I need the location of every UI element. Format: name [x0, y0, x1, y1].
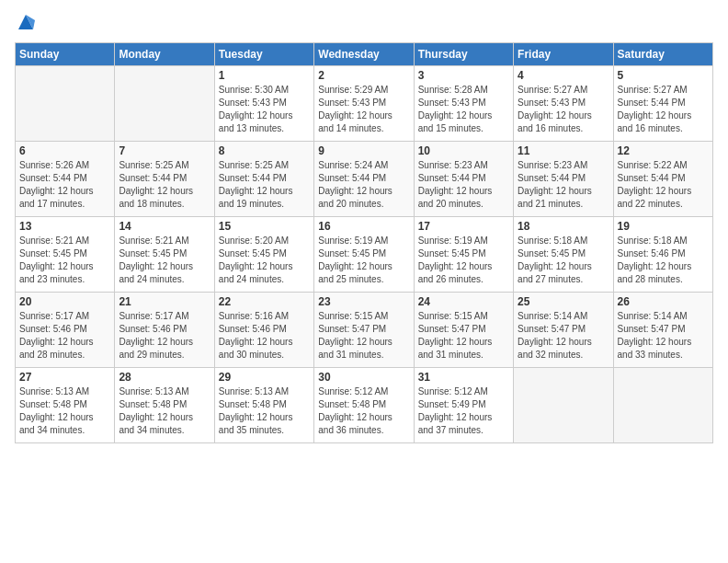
table-row: 20Sunrise: 5:17 AM Sunset: 5:46 PM Dayli…	[16, 293, 115, 368]
table-row: 1Sunrise: 5:30 AM Sunset: 5:43 PM Daylig…	[214, 66, 313, 142]
table-row: 3Sunrise: 5:28 AM Sunset: 5:43 PM Daylig…	[414, 66, 513, 142]
calendar-week-row: 1Sunrise: 5:30 AM Sunset: 5:43 PM Daylig…	[16, 66, 713, 142]
day-number: 28	[119, 371, 210, 384]
day-number: 12	[618, 144, 709, 157]
day-info: Sunrise: 5:21 AM Sunset: 5:45 PM Dayligh…	[19, 235, 110, 286]
day-number: 7	[119, 144, 210, 157]
calendar-week-row: 27Sunrise: 5:13 AM Sunset: 5:48 PM Dayli…	[16, 368, 713, 443]
day-info: Sunrise: 5:29 AM Sunset: 5:43 PM Dayligh…	[318, 84, 409, 135]
calendar-day-header: Friday	[514, 43, 613, 66]
table-row	[16, 66, 115, 142]
table-row: 27Sunrise: 5:13 AM Sunset: 5:48 PM Dayli…	[16, 368, 115, 443]
calendar-page: SundayMondayTuesdayWednesdayThursdayFrid…	[0, 0, 728, 563]
day-number: 3	[418, 69, 509, 82]
calendar-day-header: Thursday	[414, 43, 513, 66]
table-row: 18Sunrise: 5:18 AM Sunset: 5:45 PM Dayli…	[514, 217, 613, 293]
calendar-day-header: Tuesday	[214, 43, 313, 66]
table-row: 17Sunrise: 5:19 AM Sunset: 5:45 PM Dayli…	[414, 217, 513, 293]
day-number: 26	[618, 295, 709, 308]
day-info: Sunrise: 5:15 AM Sunset: 5:47 PM Dayligh…	[318, 310, 409, 362]
day-number: 4	[518, 69, 609, 82]
table-row: 4Sunrise: 5:27 AM Sunset: 5:43 PM Daylig…	[514, 66, 613, 142]
day-info: Sunrise: 5:18 AM Sunset: 5:45 PM Dayligh…	[518, 235, 609, 286]
day-info: Sunrise: 5:20 AM Sunset: 5:45 PM Dayligh…	[219, 235, 310, 286]
day-info: Sunrise: 5:21 AM Sunset: 5:45 PM Dayligh…	[119, 235, 210, 286]
day-info: Sunrise: 5:15 AM Sunset: 5:47 PM Dayligh…	[418, 310, 509, 362]
table-row: 13Sunrise: 5:21 AM Sunset: 5:45 PM Dayli…	[16, 217, 115, 293]
table-row: 11Sunrise: 5:23 AM Sunset: 5:44 PM Dayli…	[514, 142, 613, 217]
day-info: Sunrise: 5:23 AM Sunset: 5:44 PM Dayligh…	[418, 159, 509, 211]
calendar-week-row: 20Sunrise: 5:17 AM Sunset: 5:46 PM Dayli…	[16, 293, 713, 368]
day-info: Sunrise: 5:13 AM Sunset: 5:48 PM Dayligh…	[119, 385, 210, 437]
day-info: Sunrise: 5:27 AM Sunset: 5:43 PM Dayligh…	[518, 84, 609, 135]
day-info: Sunrise: 5:12 AM Sunset: 5:49 PM Dayligh…	[418, 385, 509, 437]
logo-icon	[17, 13, 35, 31]
day-number: 10	[418, 144, 509, 157]
day-number: 21	[119, 295, 210, 308]
day-info: Sunrise: 5:17 AM Sunset: 5:46 PM Dayligh…	[19, 310, 110, 362]
table-row: 9Sunrise: 5:24 AM Sunset: 5:44 PM Daylig…	[314, 142, 414, 217]
day-number: 6	[19, 144, 110, 157]
day-number: 19	[618, 220, 709, 233]
calendar-table: SundayMondayTuesdayWednesdayThursdayFrid…	[15, 42, 713, 443]
day-number: 23	[318, 295, 409, 308]
table-row: 15Sunrise: 5:20 AM Sunset: 5:45 PM Dayli…	[214, 217, 313, 293]
day-number: 20	[19, 295, 110, 308]
calendar-header-row: SundayMondayTuesdayWednesdayThursdayFrid…	[16, 43, 713, 66]
day-info: Sunrise: 5:13 AM Sunset: 5:48 PM Dayligh…	[219, 385, 310, 437]
day-number: 17	[418, 220, 509, 233]
calendar-day-header: Sunday	[16, 43, 115, 66]
table-row	[613, 368, 712, 443]
day-number: 22	[219, 295, 310, 308]
day-info: Sunrise: 5:22 AM Sunset: 5:44 PM Dayligh…	[618, 159, 709, 211]
day-info: Sunrise: 5:23 AM Sunset: 5:44 PM Dayligh…	[518, 159, 609, 211]
day-info: Sunrise: 5:19 AM Sunset: 5:45 PM Dayligh…	[318, 235, 409, 286]
day-number: 18	[518, 220, 609, 233]
table-row: 2Sunrise: 5:29 AM Sunset: 5:43 PM Daylig…	[314, 66, 414, 142]
day-number: 30	[318, 371, 409, 384]
day-number: 15	[219, 220, 310, 233]
day-info: Sunrise: 5:14 AM Sunset: 5:47 PM Dayligh…	[618, 310, 709, 362]
table-row: 6Sunrise: 5:26 AM Sunset: 5:44 PM Daylig…	[16, 142, 115, 217]
day-info: Sunrise: 5:13 AM Sunset: 5:48 PM Dayligh…	[19, 385, 110, 437]
table-row: 21Sunrise: 5:17 AM Sunset: 5:46 PM Dayli…	[115, 293, 214, 368]
table-row: 19Sunrise: 5:18 AM Sunset: 5:46 PM Dayli…	[613, 217, 712, 293]
table-row: 22Sunrise: 5:16 AM Sunset: 5:46 PM Dayli…	[214, 293, 313, 368]
day-number: 14	[119, 220, 210, 233]
day-info: Sunrise: 5:19 AM Sunset: 5:45 PM Dayligh…	[418, 235, 509, 286]
table-row: 30Sunrise: 5:12 AM Sunset: 5:48 PM Dayli…	[314, 368, 414, 443]
day-info: Sunrise: 5:27 AM Sunset: 5:44 PM Dayligh…	[618, 84, 709, 135]
table-row: 23Sunrise: 5:15 AM Sunset: 5:47 PM Dayli…	[314, 293, 414, 368]
calendar-day-header: Monday	[115, 43, 214, 66]
day-number: 11	[518, 144, 609, 157]
day-number: 1	[219, 69, 310, 82]
day-number: 24	[418, 295, 509, 308]
header	[15, 15, 713, 33]
day-info: Sunrise: 5:12 AM Sunset: 5:48 PM Dayligh…	[318, 385, 409, 437]
calendar-day-header: Saturday	[613, 43, 712, 66]
day-number: 29	[219, 371, 310, 384]
day-number: 8	[219, 144, 310, 157]
table-row: 25Sunrise: 5:14 AM Sunset: 5:47 PM Dayli…	[514, 293, 613, 368]
table-row: 28Sunrise: 5:13 AM Sunset: 5:48 PM Dayli…	[115, 368, 214, 443]
day-number: 16	[318, 220, 409, 233]
table-row: 16Sunrise: 5:19 AM Sunset: 5:45 PM Dayli…	[314, 217, 414, 293]
calendar-week-row: 6Sunrise: 5:26 AM Sunset: 5:44 PM Daylig…	[16, 142, 713, 217]
day-info: Sunrise: 5:24 AM Sunset: 5:44 PM Dayligh…	[318, 159, 409, 211]
day-info: Sunrise: 5:16 AM Sunset: 5:46 PM Dayligh…	[219, 310, 310, 362]
day-number: 2	[318, 69, 409, 82]
table-row: 29Sunrise: 5:13 AM Sunset: 5:48 PM Dayli…	[214, 368, 313, 443]
logo	[15, 15, 35, 33]
day-info: Sunrise: 5:18 AM Sunset: 5:46 PM Dayligh…	[618, 235, 709, 286]
table-row: 31Sunrise: 5:12 AM Sunset: 5:49 PM Dayli…	[414, 368, 513, 443]
table-row: 10Sunrise: 5:23 AM Sunset: 5:44 PM Dayli…	[414, 142, 513, 217]
table-row: 12Sunrise: 5:22 AM Sunset: 5:44 PM Dayli…	[613, 142, 712, 217]
table-row	[514, 368, 613, 443]
day-info: Sunrise: 5:14 AM Sunset: 5:47 PM Dayligh…	[518, 310, 609, 362]
calendar-day-header: Wednesday	[314, 43, 414, 66]
table-row: 8Sunrise: 5:25 AM Sunset: 5:44 PM Daylig…	[214, 142, 313, 217]
day-number: 31	[418, 371, 509, 384]
table-row: 7Sunrise: 5:25 AM Sunset: 5:44 PM Daylig…	[115, 142, 214, 217]
day-info: Sunrise: 5:17 AM Sunset: 5:46 PM Dayligh…	[119, 310, 210, 362]
day-number: 27	[19, 371, 110, 384]
